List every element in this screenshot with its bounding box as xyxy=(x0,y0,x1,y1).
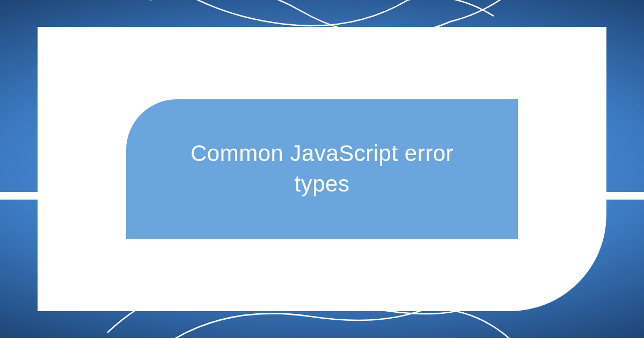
inner-card: Common JavaScript error types xyxy=(126,99,518,239)
accent-line-left xyxy=(0,192,38,200)
accent-line-right xyxy=(606,192,644,200)
card-title: Common JavaScript error types xyxy=(164,138,480,199)
